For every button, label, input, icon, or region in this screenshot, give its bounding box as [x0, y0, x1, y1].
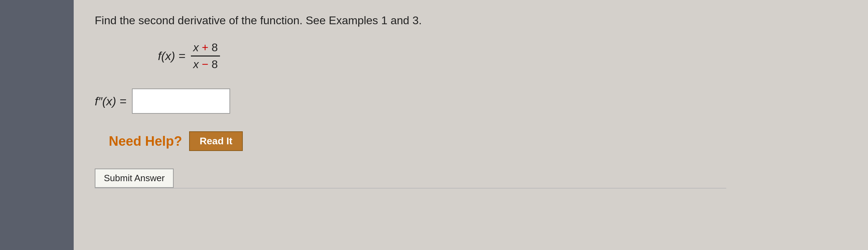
- read-it-button[interactable]: Read It: [189, 131, 243, 151]
- function-display: f(x) = x + 8 x − 8: [158, 41, 847, 71]
- answer-row: f″(x) =: [95, 88, 847, 114]
- answer-box-area: Submit Answer: [95, 169, 847, 219]
- need-help-text: Need Help?: [109, 134, 182, 149]
- bottom-box: [95, 188, 726, 219]
- help-row: Need Help? Read It: [109, 131, 847, 151]
- main-content: Find the second derivative of the functi…: [74, 0, 868, 250]
- denominator-x: x: [193, 58, 199, 71]
- numerator-plus: +: [202, 41, 212, 54]
- left-sidebar: [0, 0, 74, 250]
- fraction-denominator: x − 8: [191, 57, 220, 71]
- numerator-x: x: [193, 41, 199, 54]
- numerator-8: 8: [212, 41, 218, 54]
- function-label: f(x) =: [158, 49, 185, 63]
- problem-instruction: Find the second derivative of the functi…: [95, 14, 847, 27]
- submit-area: Submit Answer: [95, 169, 726, 219]
- fraction-numerator: x + 8: [191, 41, 220, 57]
- denominator-8: 8: [212, 58, 218, 71]
- denominator-minus: −: [202, 58, 212, 71]
- fraction: x + 8 x − 8: [191, 41, 220, 71]
- answer-label: f″(x) =: [95, 94, 126, 108]
- answer-input[interactable]: [132, 88, 230, 114]
- submit-answer-button[interactable]: Submit Answer: [95, 169, 174, 188]
